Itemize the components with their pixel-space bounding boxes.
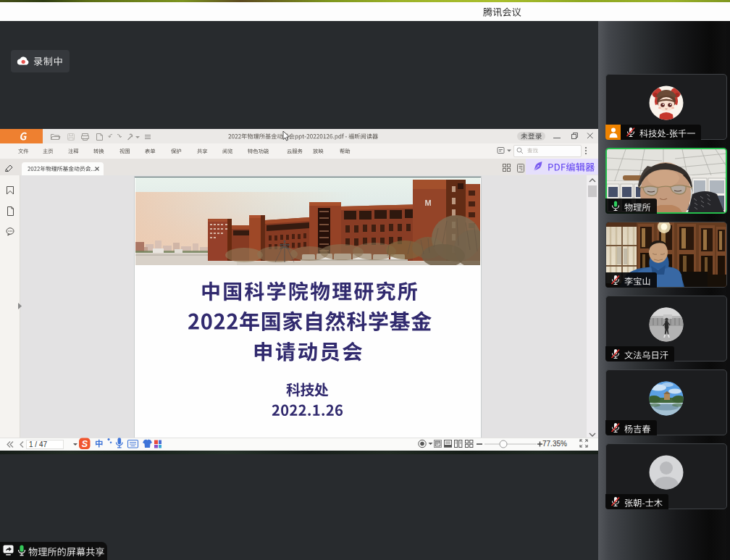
svg-text:M: M [424,198,431,207]
svg-text:S: S [82,439,88,449]
